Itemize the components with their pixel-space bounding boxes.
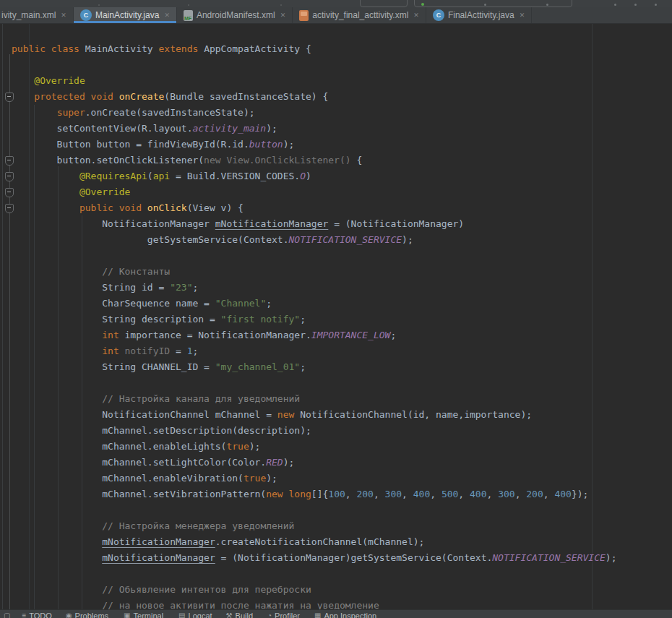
code-token: ; (192, 282, 198, 293)
toolbar-dot (188, 4, 189, 6)
code-token: activity_main (192, 123, 266, 134)
code-token: int (102, 330, 119, 340)
tab-finalacttivity-java[interactable]: C FinalActtivity.java ✕ (426, 7, 532, 23)
profiler-icon: ◔ (267, 611, 272, 618)
toolbar-dot (614, 4, 616, 6)
code-token: "Channel" (215, 298, 266, 309)
code-token: getSystemService(Context. (12, 234, 289, 245)
code-line: @Override (12, 73, 672, 89)
run-icon[interactable] (421, 3, 424, 6)
code-token: 400 (470, 489, 486, 499)
tab-activity-final-acttivity-xml[interactable]: activity_final_acttivity.xml ✕ (293, 7, 426, 23)
code-token: 500 (441, 489, 458, 499)
code-line: @Override (12, 184, 672, 200)
code-token: true (226, 441, 249, 452)
code-line: setContentView(R.layout.activity_main); (12, 121, 672, 137)
code-token: mNotificationManager (102, 552, 215, 563)
code-token: button.setOnClickListener( (12, 155, 204, 166)
code-token: mChannel.setLightColor(Color. (12, 457, 266, 468)
tab-androidmanifest-xml[interactable]: MF AndroidManifest.xml ✕ (177, 7, 293, 23)
code-line: super.onCreate(savedInstanceState); (12, 105, 672, 121)
code-line (12, 375, 672, 391)
code-token: "my_channel_01" (215, 361, 300, 372)
run-config-button-group[interactable] (360, 0, 408, 7)
code-token: , (374, 489, 385, 499)
code-token: String id = (12, 282, 170, 293)
code-token: protected void (34, 91, 119, 102)
code-token: 300 (498, 489, 514, 499)
close-icon[interactable]: ✕ (520, 7, 525, 24)
toolbar-item-profiler[interactable]: ◔ Profiler (267, 611, 300, 618)
java-class-icon: C (80, 9, 92, 21)
tab-mainactivity-java[interactable]: C MainActivity.java ✕ (74, 7, 177, 23)
code-line: public void onClick(View v) { (12, 200, 672, 216)
code-token: , (515, 489, 527, 499)
toolbar-dot (546, 4, 548, 6)
code-token: , (458, 489, 470, 499)
run-actions-button-group[interactable] (414, 0, 572, 7)
code-token: { (356, 155, 362, 166)
code-token: // на новое активити после нажатия на ув… (102, 600, 379, 609)
code-token: ; (266, 298, 272, 309)
toolbar-item-terminal[interactable]: ▣ Terminal (124, 611, 163, 618)
terminal-icon: ▣ (124, 611, 130, 618)
code-token: new View.OnClickListener() (204, 155, 356, 166)
logcat-icon: ▤ (178, 611, 185, 618)
window-layout-icon[interactable]: ▢ (4, 611, 10, 618)
code-token: String description = (12, 314, 221, 325)
main-toolbar-strip (0, 0, 672, 7)
toolbar-item-logcat[interactable]: ▤ Logcat (178, 611, 212, 618)
code-token (12, 552, 102, 563)
code-token: "23" (170, 282, 192, 293)
code-line: String id = "23"; (12, 280, 672, 296)
code-line: @RequiresApi(api = Build.VERSION_CODES.O… (12, 168, 672, 184)
close-icon[interactable]: ✕ (413, 7, 419, 24)
close-icon[interactable]: ✕ (280, 7, 286, 24)
ide-window: ivity_main.xml ✕ C MainActivity.java ✕ M… (0, 0, 672, 618)
code-token: extends (159, 43, 204, 54)
problems-icon: ◉ (66, 611, 72, 618)
toolbar-dot (484, 4, 486, 6)
code-token (12, 186, 79, 197)
code-token: // Константы (102, 266, 170, 277)
code-token: , (487, 489, 499, 499)
close-icon[interactable]: ✕ (61, 7, 66, 24)
code-token: , (402, 489, 413, 499)
code-line: mChannel.enableLights(true); (12, 439, 672, 455)
code-token: String CHANNEL_ID = (12, 361, 215, 372)
fold-collapse-icon[interactable] (5, 93, 14, 102)
toolbar-item-build[interactable]: ⚒ Build (226, 611, 253, 618)
code-token: mChannel.enableVibration( (12, 473, 244, 484)
code-line: mChannel.setVibrationPattern(new long[]{… (12, 486, 672, 502)
code-token: public void (79, 202, 147, 213)
app-inspection-icon: ▦ (314, 611, 321, 618)
code-token: ; (390, 330, 396, 340)
code-line (12, 57, 672, 73)
toolbar-item-problems[interactable]: ◉ Problems (66, 611, 108, 618)
fold-collapse-icon[interactable] (5, 172, 14, 181)
code-token: "first notify" (221, 314, 301, 325)
code-token: = Build.VERSION_CODES. (176, 171, 300, 181)
code-editor[interactable]: public class MainActivity extends AppCom… (0, 24, 672, 609)
code-token: mChannel.setDescription(description); (12, 425, 311, 436)
code-line: protected void onCreate(Bundle savedInst… (12, 89, 672, 105)
code-line: NotificationChannel mChannel = new Notif… (12, 407, 672, 423)
code-token: 200 (526, 489, 543, 499)
fold-collapse-icon[interactable] (5, 188, 14, 197)
code-token (12, 536, 102, 547)
todo-icon: ≡ (22, 611, 26, 618)
fold-collapse-icon[interactable] (5, 204, 14, 213)
code-token: onClick (147, 202, 187, 213)
code-token: AppCompatActivity { (204, 43, 311, 54)
code-line: int notifyID = 1; (12, 343, 672, 359)
toolbar-item-app-inspection[interactable]: ▦ App Inspection (314, 611, 376, 618)
toolbar-item-todo[interactable]: ≡ TODO (22, 611, 51, 618)
tab-activity-main-xml[interactable]: ivity_main.xml ✕ (0, 7, 74, 23)
code-token: api (153, 171, 176, 181)
code-token: ); (283, 139, 295, 150)
fold-collapse-icon[interactable] (5, 156, 14, 166)
code-token: mNotificationManager (102, 536, 215, 547)
code-token (12, 393, 102, 404)
code-line: mNotificationManager = (NotificationMana… (12, 550, 672, 566)
code-token: // Обьявление интентов для переброски (102, 584, 311, 595)
